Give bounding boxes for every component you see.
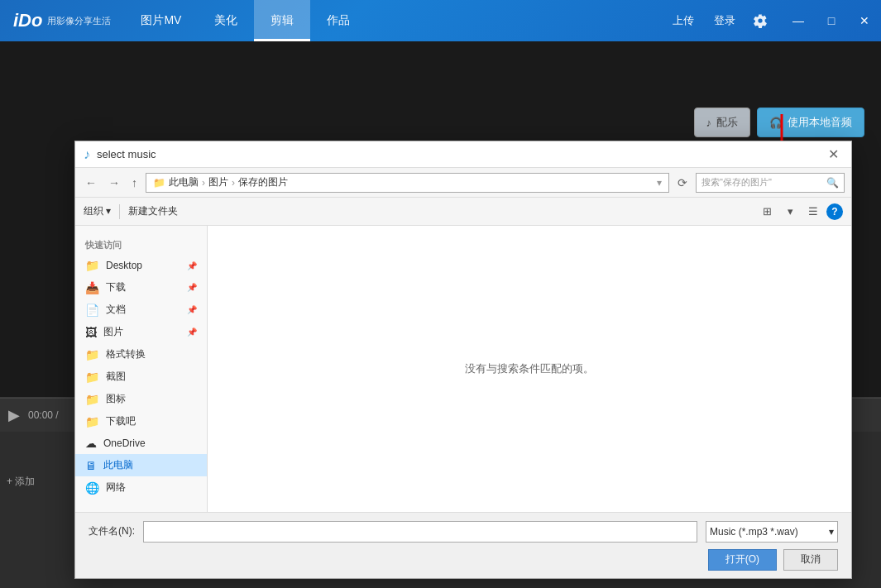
add-button[interactable]: + 添加 <box>7 475 35 489</box>
toolbar-divider <box>119 204 120 219</box>
login-button[interactable]: 登录 <box>707 10 742 31</box>
nav-item-works[interactable]: 作品 <box>310 0 366 41</box>
dialog-sidebar: 快速访问 📁 Desktop 📌 📥 下载 📌 📄 文档 📌 <box>75 226 208 512</box>
refresh-button[interactable]: ⟳ <box>674 174 691 191</box>
format-icon: 📁 <box>85 348 99 361</box>
cancel-button[interactable]: 取消 <box>783 549 838 571</box>
dialog-close-button[interactable]: ✕ <box>823 145 843 165</box>
sidebar-item-desktop[interactable]: 📁 Desktop 📌 <box>75 255 207 276</box>
filetype-select[interactable]: Music (*.mp3 *.wav) ▾ <box>706 521 838 543</box>
toolbar-right: ⊞ ▾ ☰ ? <box>757 202 843 222</box>
breadcrumb-sep1: › <box>202 177 205 189</box>
main-content: ♪ 配乐 🎧 使用本地音频 ▶ 00:00 / + 添加 <box>0 41 881 588</box>
nav-item-beautify[interactable]: 美化 <box>198 0 254 41</box>
breadcrumb-folder-icon: 📁 <box>153 177 165 189</box>
dialog-bottombar: 文件名(N): Music (*.mp3 *.wav) ▾ 打开(O) 取消 <box>75 512 851 578</box>
organize-button[interactable]: 组织 ▾ <box>84 204 111 218</box>
breadcrumb-part3: 保存的图片 <box>238 175 288 189</box>
breadcrumb-dropdown-icon[interactable]: ▾ <box>657 177 662 189</box>
filetype-label: Music (*.mp3 *.wav) <box>710 526 798 538</box>
filename-row: 文件名(N): Music (*.mp3 *.wav) ▾ <box>89 521 838 543</box>
logo-text: iDo <box>13 10 42 31</box>
sidebar-label-format: 格式转换 <box>106 347 146 361</box>
play-button[interactable]: ▶ <box>8 406 20 424</box>
sidebar-item-format[interactable]: 📁 格式转换 <box>75 343 207 366</box>
time-display: 00:00 / <box>28 409 59 421</box>
breadcrumb-sep2: › <box>232 177 235 189</box>
sidebar-label-thispc: 此电脑 <box>103 458 133 472</box>
nav-item-edit[interactable]: 剪辑 <box>254 0 310 41</box>
screenshot-icon: 📁 <box>85 370 99 384</box>
sidebar-label-screenshot: 截图 <box>106 370 126 384</box>
help-button[interactable]: ? <box>826 203 843 220</box>
file-dialog: ♪ select music ✕ ← → ↑ 📁 此电脑 › 图片 › 保存的图… <box>74 141 852 579</box>
up-button[interactable]: ↑ <box>128 174 141 191</box>
sidebar-item-docs[interactable]: 📄 文档 📌 <box>75 299 207 321</box>
address-breadcrumb[interactable]: 📁 此电脑 › 图片 › 保存的图片 ▾ <box>146 173 669 193</box>
dialog-body: 快速访问 📁 Desktop 📌 📥 下载 📌 📄 文档 📌 <box>75 226 851 512</box>
forward-button[interactable]: → <box>105 174 123 191</box>
peilue-label: 配乐 <box>716 115 738 130</box>
sidebar-item-download[interactable]: 📥 下载 📌 <box>75 276 207 299</box>
pictures-icon: 🖼 <box>85 326 97 339</box>
minimize-button[interactable]: — <box>782 0 815 41</box>
sidebar-item-screenshot[interactable]: 📁 截图 <box>75 366 207 388</box>
dialog-addressbar: ← → ↑ 📁 此电脑 › 图片 › 保存的图片 ▾ ⟳ 搜索"保存的图片" 🔍 <box>75 168 851 198</box>
docs-icon: 📄 <box>85 304 99 317</box>
dialog-toolbar: 组织 ▾ 新建文件夹 ⊞ ▾ ☰ ? <box>75 198 851 226</box>
music-note-icon: ♪ <box>706 117 712 129</box>
pin-icon-docs: 📌 <box>187 305 197 314</box>
network-icon: 🌐 <box>85 481 99 495</box>
download-icon: 📥 <box>85 281 99 294</box>
dialog-title-icon: ♪ <box>84 147 90 162</box>
dialog-title-left: ♪ select music <box>84 147 156 162</box>
settings-icon[interactable] <box>749 9 772 32</box>
app-logo: iDo 用影像分享生活 <box>0 10 124 31</box>
breadcrumb-part1: 此电脑 <box>169 175 199 189</box>
action-row: 打开(O) 取消 <box>89 549 838 571</box>
sidebar-label-download: 下载 <box>106 280 126 294</box>
onedrive-icon: ☁ <box>85 437 97 450</box>
desktop-icon: 📁 <box>85 259 99 272</box>
upload-button[interactable]: 上传 <box>666 10 701 31</box>
open-button[interactable]: 打开(O) <box>708 549 777 571</box>
nav-item-images-mv[interactable]: 图片MV <box>124 0 198 41</box>
peilue-button[interactable]: ♪ 配乐 <box>694 108 751 137</box>
view-dropdown-button[interactable]: ▾ <box>780 202 800 222</box>
filename-input[interactable] <box>143 521 697 543</box>
top-nav: 图片MV 美化 剪辑 作品 <box>124 0 656 41</box>
sidebar-item-icons[interactable]: 📁 图标 <box>75 388 207 410</box>
pin-icon-pictures: 📌 <box>187 327 197 337</box>
sidebar-item-thispc[interactable]: 🖥 此电脑 <box>75 454 207 476</box>
breadcrumb-part2: 图片 <box>208 175 228 189</box>
search-box[interactable]: 搜索"保存的图片" 🔍 <box>696 173 845 193</box>
sidebar-item-onedrive[interactable]: ☁ OneDrive <box>75 433 207 454</box>
back-button[interactable]: ← <box>82 174 100 191</box>
close-button[interactable]: ✕ <box>848 0 881 41</box>
sidebar-item-download2[interactable]: 📁 下载吧 <box>75 410 207 433</box>
sidebar-label-docs: 文档 <box>106 303 126 317</box>
sidebar-label-pictures: 图片 <box>103 325 123 339</box>
icons-icon: 📁 <box>85 393 99 406</box>
search-icon: 🔍 <box>826 177 839 189</box>
topbar-actions: 上传 登录 <box>656 9 782 32</box>
search-placeholder: 搜索"保存的图片" <box>701 176 823 189</box>
maximize-button[interactable]: □ <box>815 0 848 41</box>
view-details-button[interactable]: ☰ <box>803 202 823 222</box>
new-folder-button[interactable]: 新建文件夹 <box>128 204 178 218</box>
sidebar-item-pictures[interactable]: 🖼 图片 📌 <box>75 321 207 343</box>
dialog-filelist: 没有与搜索条件匹配的项。 <box>208 226 851 512</box>
sidebar-label-icons: 图标 <box>106 392 126 406</box>
topbar: iDo 用影像分享生活 图片MV 美化 剪辑 作品 上传 登录 — □ ✕ <box>0 0 881 41</box>
dialog-title-text: select music <box>97 148 156 160</box>
sidebar-item-network[interactable]: 🌐 网络 <box>75 476 207 499</box>
sidebar-label-onedrive: OneDrive <box>103 437 146 449</box>
pin-icon-download: 📌 <box>187 283 197 292</box>
view-grid-button[interactable]: ⊞ <box>757 202 777 222</box>
filetype-dropdown-icon: ▾ <box>829 526 834 538</box>
pin-icon-desktop: 📌 <box>187 261 197 270</box>
window-controls: — □ ✕ <box>782 0 881 41</box>
download2-icon: 📁 <box>85 415 99 428</box>
sidebar-label-network: 网络 <box>106 480 126 495</box>
empty-message: 没有与搜索条件匹配的项。 <box>465 361 594 376</box>
